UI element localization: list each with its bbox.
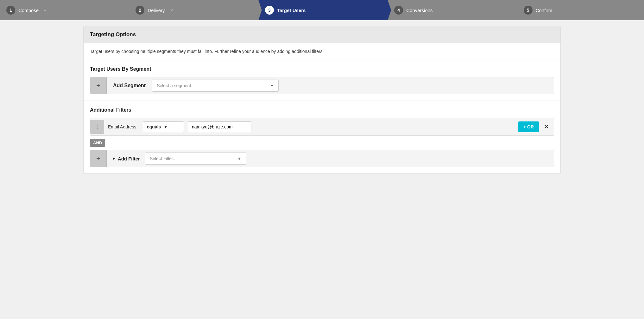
targeting-options-card: Targeting Options Target users by choosi… [83, 26, 561, 174]
wizard-step-compose[interactable]: 1 Compose ✓ [0, 0, 127, 20]
segment-section: Target Users By Segment + Add Segment Se… [84, 60, 560, 101]
add-segment-label: Add Segment [107, 83, 152, 88]
filter-operator-dropdown[interactable]: equals ▼ [143, 121, 184, 132]
add-segment-row: + Add Segment Select a segment... ▼ [90, 77, 554, 94]
targeting-options-title: Targeting Options [90, 31, 554, 38]
step-number-3: 3 [265, 6, 274, 15]
step-number-2: 2 [136, 6, 144, 15]
step-number-1: 1 [6, 6, 15, 15]
chevron-down-icon: ▼ [270, 83, 274, 88]
add-filter-handle[interactable]: + [90, 150, 107, 167]
filter-select-dropdown[interactable]: Select Filter... ▼ [145, 153, 246, 165]
add-segment-handle[interactable]: + [90, 77, 107, 94]
add-filter-label: ▼ Add Filter [107, 156, 145, 161]
step-label-compose: Compose [18, 8, 39, 13]
filter-select-placeholder: Select Filter... [150, 156, 177, 161]
wizard-step-target-users[interactable]: 3 Target Users [256, 0, 385, 20]
filter-label-email: Email Address [104, 124, 139, 129]
targeting-options-description: Target users by choosing multiple segmen… [84, 43, 560, 60]
filter-row-email: ⋮ Email Address equals ▼ + OR ✕ [90, 118, 554, 136]
wizard-step-confirm[interactable]: 5 Confirm [515, 0, 644, 20]
filter-remove-button[interactable]: ✕ [543, 123, 550, 130]
step-number-5: 5 [524, 6, 533, 15]
chevron-down-icon: ▼ [163, 124, 168, 129]
filter-or-button[interactable]: + OR [518, 121, 539, 132]
step-number-4: 4 [394, 6, 403, 15]
wizard-bar: 1 Compose ✓ 2 Delivery ✓ 3 Target Users … [0, 0, 644, 20]
filter-funnel-icon: ▼ [112, 156, 116, 161]
segment-dropdown-placeholder: Select a segment... [157, 83, 195, 88]
add-filter-row: + ▼ Add Filter Select Filter... ▼ [90, 150, 554, 167]
additional-filters-heading: Additional Filters [90, 107, 554, 113]
and-badge-label: AND [90, 139, 105, 147]
wizard-step-conversions[interactable]: 4 Conversions [385, 0, 515, 20]
step-label-delivery: Delivery [148, 8, 165, 13]
step-label-confirm: Confirm [536, 8, 552, 13]
filter-value-input[interactable] [188, 121, 251, 132]
filter-drag-handle[interactable]: ⋮ [90, 120, 104, 134]
filter-operator-value: equals [147, 124, 161, 129]
step-check-compose: ✓ [44, 8, 47, 13]
and-badge: AND [90, 136, 554, 150]
wizard-step-delivery[interactable]: 2 Delivery ✓ [127, 0, 256, 20]
step-check-delivery: ✓ [170, 8, 174, 13]
segment-section-heading: Target Users By Segment [90, 66, 554, 72]
additional-filters-section: Additional Filters ⋮ Email Address equal… [84, 101, 560, 173]
segment-dropdown[interactable]: Select a segment... ▼ [152, 80, 279, 92]
targeting-options-header: Targeting Options [84, 26, 560, 43]
page-body: Targeting Options Target users by choosi… [0, 26, 644, 174]
step-label-target-users: Target Users [277, 8, 306, 13]
chevron-down-icon: ▼ [237, 156, 242, 161]
step-label-conversions: Conversions [406, 8, 432, 13]
